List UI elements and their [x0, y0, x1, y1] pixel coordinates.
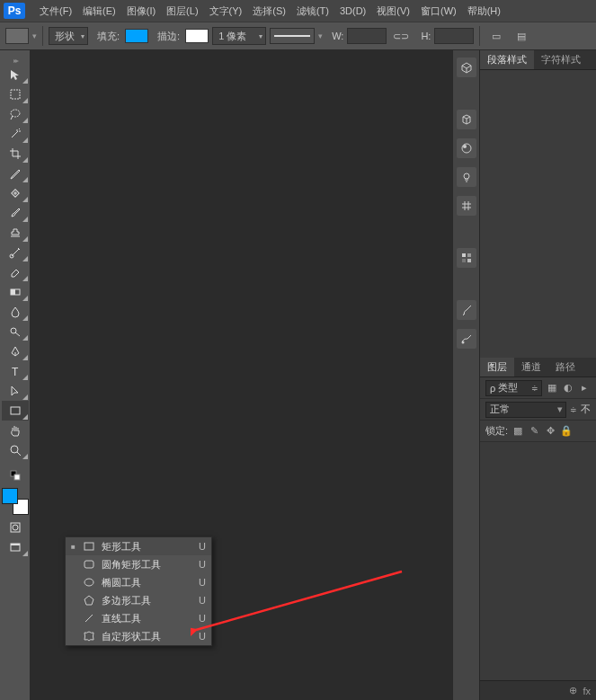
- svg-line-21: [196, 572, 402, 630]
- menu-help[interactable]: 帮助(H): [462, 4, 506, 18]
- dock-light-icon[interactable]: [457, 167, 476, 187]
- dock-brushes-icon[interactable]: [457, 300, 476, 320]
- separator: [479, 26, 480, 46]
- eyedropper-tool[interactable]: [2, 164, 29, 183]
- width-input[interactable]: [347, 28, 387, 44]
- tools-panel: T: [0, 50, 31, 700]
- tab-layers[interactable]: 图层: [480, 358, 514, 377]
- lasso-tool[interactable]: [2, 104, 29, 124]
- slider-icon[interactable]: ≑: [570, 405, 577, 414]
- svg-point-22: [462, 144, 471, 153]
- canvas-area[interactable]: ■ 矩形工具 U 圆角矩形工具 U 椭圆工具 U 多边形工具: [31, 50, 452, 700]
- default-colors-icon[interactable]: [2, 465, 29, 485]
- dock-swatches-icon[interactable]: [457, 248, 476, 268]
- filter-more-icon[interactable]: ▸: [578, 382, 591, 394]
- svg-rect-16: [85, 543, 93, 550]
- height-input[interactable]: [434, 28, 474, 44]
- dock-cube-icon[interactable]: [457, 110, 476, 129]
- flyout-ellipse-tool[interactable]: 椭圆工具 U: [66, 573, 211, 591]
- dodge-tool[interactable]: [2, 322, 29, 341]
- fx-icon[interactable]: fx: [583, 686, 591, 696]
- flyout-line-tool[interactable]: 直线工具 U: [66, 609, 211, 627]
- lock-pos-icon[interactable]: ✥: [544, 425, 556, 438]
- flyout-shortcut: U: [199, 577, 206, 588]
- type-tool[interactable]: T: [2, 361, 29, 381]
- align-icon[interactable]: ▤: [511, 27, 532, 45]
- menu-layer[interactable]: 图层(L): [161, 4, 203, 18]
- flyout-shortcut: U: [199, 613, 206, 624]
- flyout-label: 圆角矩形工具: [102, 558, 161, 572]
- brush-tool[interactable]: [2, 203, 29, 223]
- menu-type[interactable]: 文字(Y): [204, 4, 248, 18]
- path-select-tool[interactable]: [2, 381, 29, 401]
- chevron-down-icon[interactable]: ▾: [318, 31, 323, 40]
- height-label: H:: [421, 31, 431, 41]
- menu-edit[interactable]: 编辑(E): [77, 4, 121, 18]
- chevron-down-icon[interactable]: ▾: [32, 31, 37, 40]
- menu-window[interactable]: 窗口(W): [415, 4, 462, 18]
- screen-mode-icon[interactable]: [2, 537, 29, 557]
- lock-all-icon[interactable]: 🔒: [560, 425, 573, 438]
- tab-paths[interactable]: 路径: [548, 358, 583, 377]
- layers-list[interactable]: [480, 442, 596, 680]
- flyout-custom-shape-tool[interactable]: 自定形状工具 U: [66, 627, 211, 645]
- svg-rect-26: [467, 253, 471, 257]
- filter-adjust-icon[interactable]: ◐: [562, 382, 574, 394]
- tool-preset-icon[interactable]: [5, 28, 29, 44]
- lock-trans-icon[interactable]: ▩: [511, 425, 524, 438]
- quick-mask-icon[interactable]: [2, 518, 29, 537]
- dock-materials-icon[interactable]: [457, 138, 476, 158]
- stroke-color-swatch[interactable]: [185, 29, 209, 43]
- magic-wand-tool[interactable]: [2, 124, 29, 144]
- marquee-tool[interactable]: [2, 84, 29, 104]
- shape-tool[interactable]: [2, 401, 29, 421]
- healing-brush-tool[interactable]: [2, 183, 29, 203]
- dock-3d-icon[interactable]: [457, 58, 476, 77]
- blur-tool[interactable]: [2, 302, 29, 322]
- stroke-style-dropdown[interactable]: [270, 28, 315, 44]
- crop-tool[interactable]: [2, 144, 29, 164]
- path-ops-icon[interactable]: ▭: [485, 27, 507, 45]
- fill-color-swatch[interactable]: [125, 29, 148, 43]
- dock-grid-icon[interactable]: [457, 196, 476, 216]
- pen-tool[interactable]: [2, 341, 29, 361]
- layer-filter-dropdown[interactable]: ρ 类型: [485, 380, 542, 396]
- tab-channels[interactable]: 通道: [514, 358, 548, 377]
- flyout-label: 多边形工具: [102, 594, 151, 607]
- menu-select[interactable]: 选择(S): [247, 4, 291, 18]
- svg-rect-5: [11, 289, 15, 295]
- eraser-tool[interactable]: [2, 262, 29, 282]
- menu-filter[interactable]: 滤镜(T): [291, 4, 334, 18]
- gradient-tool[interactable]: [2, 282, 29, 302]
- menu-image[interactable]: 图像(I): [121, 4, 161, 18]
- hand-tool[interactable]: [2, 421, 29, 440]
- filter-pixel-icon[interactable]: ▦: [546, 382, 558, 394]
- flyout-label: 矩形工具: [102, 540, 141, 554]
- move-tool[interactable]: [2, 65, 29, 84]
- menu-view[interactable]: 视图(V): [371, 4, 415, 18]
- menu-3d[interactable]: 3D(D): [334, 5, 371, 16]
- flyout-rounded-rectangle-tool[interactable]: 圆角矩形工具 U: [66, 555, 211, 573]
- svg-rect-15: [11, 544, 20, 545]
- blend-mode-dropdown[interactable]: 正常: [485, 402, 566, 418]
- dock-brush-settings-icon[interactable]: [457, 329, 476, 349]
- flyout-polygon-tool[interactable]: 多边形工具 U: [66, 591, 211, 609]
- stroke-width-dropdown[interactable]: 1 像素: [212, 27, 266, 45]
- foreground-color[interactable]: [2, 488, 18, 504]
- flyout-shortcut: U: [199, 541, 206, 552]
- link-wh-icon[interactable]: ⊂⊃: [390, 27, 412, 45]
- color-swatches[interactable]: [2, 488, 29, 515]
- layers-panel: ρ 类型 ▦ ◐ ▸ 正常 ≑ 不 锁定: ▩ ✎ ✥ 🔒 ⊕: [480, 377, 596, 700]
- fill-label: 填充:: [97, 30, 120, 43]
- stamp-tool[interactable]: [2, 223, 29, 243]
- toolbar-grip[interactable]: [0, 56, 30, 65]
- tab-paragraph-styles[interactable]: 段落样式: [480, 50, 534, 69]
- flyout-rectangle-tool[interactable]: ■ 矩形工具 U: [66, 537, 211, 555]
- zoom-tool[interactable]: [2, 440, 29, 460]
- tab-character-styles[interactable]: 字符样式: [534, 50, 588, 69]
- menu-file[interactable]: 文件(F): [34, 4, 77, 18]
- lock-pixels-icon[interactable]: ✎: [528, 425, 540, 438]
- shape-mode-dropdown[interactable]: 形状: [49, 27, 88, 45]
- history-brush-tool[interactable]: [2, 243, 29, 262]
- link-layers-icon[interactable]: ⊕: [569, 685, 577, 696]
